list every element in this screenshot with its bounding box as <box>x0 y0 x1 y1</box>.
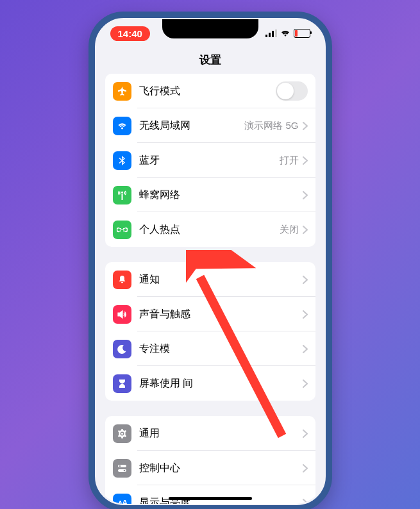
settings-group: 通用控制中心显示与亮度主屏幕辅助功能 <box>105 416 315 504</box>
bluetooth-icon <box>113 151 131 170</box>
chevron-right-icon <box>303 430 308 438</box>
chevron-right-icon <box>303 345 308 353</box>
row-focus[interactable]: 专注模 <box>105 331 315 366</box>
settings-group: 飞行模式无线局域网演示网络 5G蓝牙打开蜂窝网络个人热点关闭 <box>105 74 315 247</box>
row-label: 通用 <box>139 427 303 440</box>
link-icon <box>113 221 131 239</box>
row-label: 屏幕使用 间 <box>139 377 303 390</box>
row-display[interactable]: 显示与亮度 <box>105 485 315 504</box>
settings-group: 通知声音与触感专注模屏幕使用 间 <box>105 262 315 401</box>
row-label: 飞行模式 <box>139 85 276 98</box>
chevron-right-icon <box>303 276 308 284</box>
row-control-center[interactable]: 控制中心 <box>105 451 315 485</box>
row-wifi[interactable]: 无线局域网演示网络 5G <box>105 108 315 143</box>
row-detail: 关闭 <box>280 224 299 236</box>
row-notifications[interactable]: 通知 <box>105 262 315 297</box>
status-time-pill: 14:40 <box>110 26 150 41</box>
notch <box>162 19 258 38</box>
svg-rect-2 <box>272 31 274 37</box>
wallpaper-background: 14:40 设置 飞行模式无线局域网演示网络 5G蓝牙打开蜂窝网络个人热点关闭通… <box>0 0 420 509</box>
row-hotspot[interactable]: 个人热点关闭 <box>105 212 315 247</box>
row-screentime[interactable]: 屏幕使用 间 <box>105 366 315 401</box>
chevron-right-icon <box>303 310 308 319</box>
chevron-right-icon <box>303 499 308 505</box>
row-label: 蓝牙 <box>139 154 280 167</box>
switches-icon <box>113 459 131 478</box>
row-sounds[interactable]: 声音与触感 <box>105 297 315 331</box>
hourglass-icon <box>113 374 131 393</box>
speaker-icon <box>113 305 131 324</box>
text-size-icon <box>113 494 131 505</box>
row-detail: 演示网络 5G <box>244 120 298 132</box>
chevron-right-icon <box>303 464 308 472</box>
row-label: 无线局域网 <box>139 119 245 133</box>
chevron-right-icon <box>303 191 308 199</box>
row-airplane[interactable]: 飞行模式 <box>105 74 315 108</box>
row-label: 个人热点 <box>139 223 280 237</box>
battery-icon <box>294 29 310 38</box>
wifi-icon <box>113 117 131 135</box>
svg-rect-1 <box>269 33 271 37</box>
chevron-right-icon <box>303 156 308 165</box>
row-label: 专注模 <box>139 342 303 356</box>
wifi-status-icon <box>280 29 290 37</box>
toggle-airplane[interactable] <box>276 81 308 101</box>
row-general[interactable]: 通用 <box>105 416 315 451</box>
svg-rect-0 <box>265 35 267 37</box>
row-bluetooth[interactable]: 蓝牙打开 <box>105 143 315 178</box>
row-label: 声音与触感 <box>139 308 303 321</box>
airplane-icon <box>113 82 131 101</box>
chevron-right-icon <box>303 122 308 130</box>
row-label: 蜂窝网络 <box>139 188 303 202</box>
row-detail: 打开 <box>280 154 299 167</box>
chevron-right-icon <box>303 226 308 234</box>
moon-icon <box>113 340 131 358</box>
cellular-signal-icon <box>265 29 277 37</box>
chevron-right-icon <box>303 380 308 388</box>
bell-icon <box>113 271 131 289</box>
row-label: 控制中心 <box>139 462 303 475</box>
page-title: 设置 <box>96 47 324 74</box>
home-indicator[interactable] <box>169 497 252 500</box>
svg-rect-3 <box>275 29 277 37</box>
gear-icon <box>113 424 131 443</box>
phone-frame: 14:40 设置 飞行模式无线局域网演示网络 5G蓝牙打开蜂窝网络个人热点关闭通… <box>88 12 332 509</box>
row-cellular[interactable]: 蜂窝网络 <box>105 178 315 212</box>
row-label: 通知 <box>139 273 303 287</box>
antenna-icon <box>113 186 131 204</box>
